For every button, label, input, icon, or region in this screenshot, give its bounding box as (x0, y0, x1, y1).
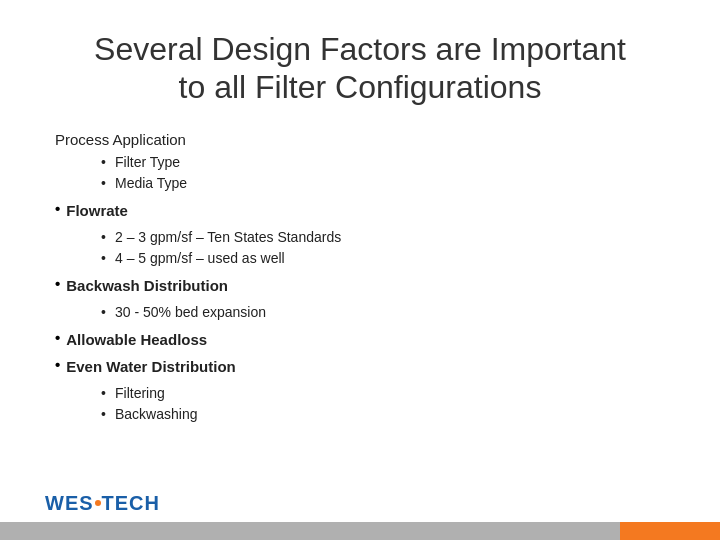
flowrate-label: Flowrate (66, 200, 128, 221)
backwash-item: • Backwash Distribution (55, 275, 675, 296)
flowrate-list: 2 – 3 gpm/sf – Ten States Standards 4 – … (55, 227, 675, 269)
logo-area: WESTECH (45, 492, 160, 515)
slide-title: Several Design Factors are Important to … (45, 30, 675, 107)
process-application-header: Process Application (55, 131, 675, 148)
list-item: 2 – 3 gpm/sf – Ten States Standards (115, 227, 675, 248)
list-item: 30 - 50% bed expansion (115, 302, 675, 323)
title-section: Several Design Factors are Important to … (45, 30, 675, 107)
backwash-label: Backwash Distribution (66, 275, 228, 296)
list-item: Media Type (115, 173, 675, 194)
even-water-item: • Even Water Distribution (55, 356, 675, 377)
process-application-list: Filter Type Media Type (55, 152, 675, 194)
bottom-bar (0, 522, 720, 540)
bullet-dot: • (55, 200, 60, 217)
bottom-bar-orange (620, 522, 720, 540)
list-item: Backwashing (115, 404, 675, 425)
logo-dot-icon (95, 500, 101, 506)
list-item: 4 – 5 gpm/sf – used as well (115, 248, 675, 269)
logo-wes: WES (45, 492, 94, 515)
list-item: Filtering (115, 383, 675, 404)
logo-tech: TECH (102, 492, 160, 515)
bullet-dot: • (55, 356, 60, 373)
bottom-bar-gray (0, 522, 620, 540)
logo: WESTECH (45, 492, 160, 515)
flowrate-item: • Flowrate (55, 200, 675, 221)
bullet-dot: • (55, 329, 60, 346)
bullet-dot: • (55, 275, 60, 292)
backwash-list: 30 - 50% bed expansion (55, 302, 675, 323)
list-item: Filter Type (115, 152, 675, 173)
even-water-list: Filtering Backwashing (55, 383, 675, 425)
allowable-label: Allowable Headloss (66, 329, 207, 350)
even-water-label: Even Water Distribution (66, 356, 235, 377)
content-section: Process Application Filter Type Media Ty… (45, 131, 675, 425)
slide-container: Several Design Factors are Important to … (0, 0, 720, 540)
allowable-item: • Allowable Headloss (55, 329, 675, 350)
